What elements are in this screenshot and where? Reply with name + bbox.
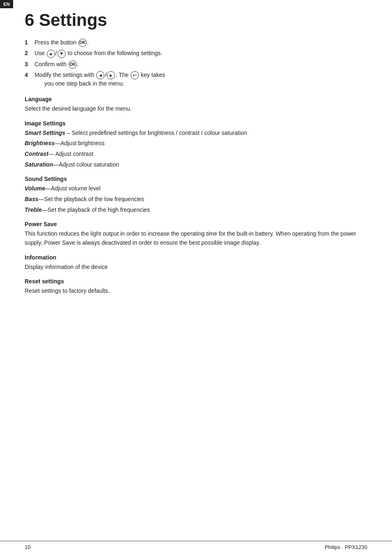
step-1: 1 Press the button OK. xyxy=(25,38,367,47)
section-power-save-heading: Power Save xyxy=(25,221,367,227)
footer: 10 Philips · PPX1230 xyxy=(0,544,392,550)
step-4: 4 Modify the settings with ◄/►. The ↩ ke… xyxy=(25,71,367,88)
down-arrow-icon: ▼ xyxy=(58,50,66,58)
section-information-body: Display information of the device xyxy=(25,263,367,272)
section-sound-settings: Sound Settings Volume—Adjust volume leve… xyxy=(25,176,367,214)
section-power-save: Power Save This function reduces the lig… xyxy=(25,221,367,247)
step-2: 2 Use ▲/▼ to choose from the following s… xyxy=(25,49,367,58)
section-information: Information Display information of the d… xyxy=(25,254,367,272)
ok-icon-step1: OK xyxy=(78,39,87,47)
back-icon: ↩ xyxy=(131,71,139,79)
section-language-heading: Language xyxy=(25,96,367,102)
right-arrow-icon: ► xyxy=(107,71,115,79)
section-language: Language Select the desired language for… xyxy=(25,96,367,114)
section-image-body: Smart Settings – Select predefined setti… xyxy=(25,129,367,169)
page-number: 10 xyxy=(25,544,30,550)
up-arrow-icon: ▲ xyxy=(47,50,55,58)
ok-icon-step3: OK xyxy=(69,60,77,69)
section-language-body: Select the desired language for the menu… xyxy=(25,104,367,114)
brand-label: Philips · PPX1230 xyxy=(325,544,367,550)
section-reset-heading: Reset settings xyxy=(25,278,367,285)
section-reset-body: Reset settings to factory defaults. xyxy=(25,287,367,296)
section-power-save-body: This function reduces the light output i… xyxy=(25,229,367,247)
section-image-settings: Image Settings Smart Settings – Select p… xyxy=(25,120,367,169)
steps-list: 1 Press the button OK. 2 Use ▲/▼ to choo… xyxy=(25,38,367,88)
section-image-heading: Image Settings xyxy=(25,120,367,127)
section-sound-heading: Sound Settings xyxy=(25,176,367,182)
step-3: 3 Confirm with OK. xyxy=(25,60,367,69)
section-information-heading: Information xyxy=(25,254,367,261)
footer-divider xyxy=(0,541,392,541)
en-tab: EN xyxy=(0,0,13,8)
section-reset-settings: Reset settings Reset settings to factory… xyxy=(25,278,367,296)
left-arrow-icon: ◄ xyxy=(96,71,104,79)
chapter-title: 6 Settings xyxy=(25,10,367,30)
section-sound-body: Volume—Adjust volume level Bass—Set the … xyxy=(25,184,367,214)
